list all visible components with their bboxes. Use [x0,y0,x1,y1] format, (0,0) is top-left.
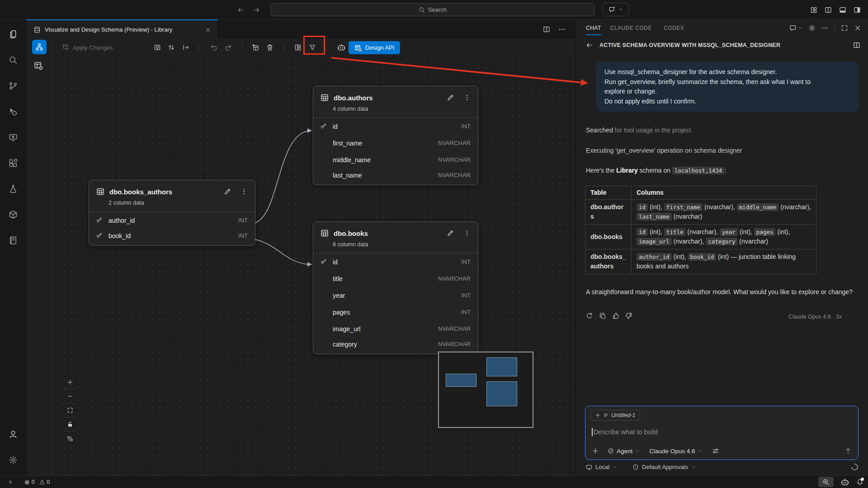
approvals-picker[interactable]: Default Approvals [642,464,688,470]
more-actions-icon[interactable] [558,26,566,33]
chevron-down-icon [698,449,703,453]
new-chat-button[interactable] [603,3,629,16]
remote-indicator-icon[interactable] [7,479,14,485]
table-definitions-button[interactable] [34,61,43,72]
chat-sessions-dropdown[interactable] [789,24,802,32]
table-menu-icon[interactable] [241,188,248,195]
split-editor-icon[interactable] [825,6,832,14]
model-settings-sliders-icon[interactable] [712,447,719,455]
column-row[interactable]: first_name NVARCHAR [313,135,478,151]
column-row[interactable]: pagesINT [313,304,478,320]
lock-button[interactable] [64,418,76,432]
primary-key-icon [321,258,327,264]
activity-packages-icon[interactable] [3,204,24,225]
activity-testing-icon[interactable] [3,178,24,199]
toggle-panel-icon[interactable] [839,6,846,14]
activity-search-icon[interactable] [3,50,24,70]
chat-settings-gear-icon[interactable] [808,24,816,32]
thumbs-up-icon[interactable] [612,312,619,319]
thumbs-down-icon[interactable] [625,312,632,319]
close-tab-icon[interactable] [205,27,211,33]
mode-picker[interactable]: Agent [608,448,640,455]
table-card-books[interactable]: dbo.books 6 column data id INT titleNVAR… [313,221,478,354]
undo-button[interactable] [210,39,217,56]
zoom-out-button[interactable] [64,389,76,404]
activity-explorer-icon[interactable] [3,24,24,45]
activity-remote-icon[interactable] [3,127,24,148]
redo-button[interactable] [225,39,232,56]
code-chip: year [720,228,738,236]
tab-chat[interactable]: CHAT [586,19,601,36]
column-row[interactable]: titleNVARCHAR [313,270,478,287]
copilot-status-icon[interactable] [840,478,849,487]
auto-arrange-button[interactable] [64,432,76,446]
design-api-button[interactable]: Design API [349,41,400,54]
edit-table-icon[interactable] [447,94,454,101]
column-row[interactable]: middle_name NVARCHAR [313,151,478,168]
activity-run-debug-icon[interactable] [3,101,24,122]
column-row[interactable]: book_id INT [89,229,255,245]
split-editor-icon[interactable] [543,26,550,33]
back-icon[interactable] [586,42,593,49]
column-row[interactable]: id INT [313,253,478,270]
model-picker[interactable]: Claude Opus 4.6 [649,448,702,455]
column-row[interactable]: author_id INT [89,212,255,229]
regenerate-icon[interactable] [586,312,593,319]
zoom-in-button[interactable] [64,375,76,389]
add-table-button[interactable] [252,39,259,56]
session-tab-chip[interactable]: Untitled-1 [590,410,640,421]
apply-changes-button[interactable]: Apply Changes [62,39,113,56]
customize-layout-icon[interactable] [810,6,817,14]
edit-table-icon[interactable] [447,230,454,237]
code-chip: pages [754,228,776,236]
column-row[interactable]: last_name NVARCHAR [313,168,478,185]
message-actions [586,312,632,319]
table-icon [321,94,329,102]
send-icon[interactable] [844,447,852,455]
close-panel-icon[interactable] [854,24,861,32]
fit-view-button[interactable] [64,404,76,418]
assistant-summary: A straightforward many-to-many book/auth… [586,287,857,297]
edit-table-icon[interactable] [224,188,231,195]
environment-picker[interactable]: Local [595,464,609,470]
schema-diagram-icon [35,43,43,51]
command-center-search[interactable]: Search [270,3,595,16]
open-session-editor-icon[interactable] [853,42,860,49]
toggle-secondary-sidebar-icon[interactable] [854,6,861,14]
activity-source-control-icon[interactable] [3,75,24,96]
compare-changes-button[interactable] [168,39,175,56]
open-side-button[interactable] [182,39,189,56]
delete-button[interactable] [266,39,274,56]
nav-forward-icon[interactable] [253,6,260,14]
copilot-button[interactable] [337,39,346,56]
column-row[interactable]: id INT [313,118,478,135]
zoom-indicator[interactable] [818,477,834,487]
maximize-panel-icon[interactable] [841,24,848,32]
notifications-button[interactable] [856,479,863,486]
table-menu-icon[interactable] [463,230,471,237]
tab-codex[interactable]: CODEX [664,19,684,36]
nav-back-icon[interactable] [237,6,245,14]
column-row[interactable]: yearINT [313,287,478,304]
attach-context-icon[interactable] [592,447,599,455]
code-chip: id [637,228,648,236]
diagram-minimap[interactable] [438,352,533,428]
chat-more-icon[interactable] [821,24,829,32]
tab-schema-designer[interactable]: Visualize and Design Schema (Preview) - … [26,19,218,39]
activity-notebooks-icon[interactable] [3,230,24,251]
tab-claude-code[interactable]: CLAUDE CODE [610,19,652,36]
schema-view-button[interactable] [32,40,47,54]
table-menu-icon[interactable] [463,94,471,101]
auto-layout-button[interactable] [294,39,302,56]
copy-icon[interactable] [599,312,606,319]
table-card-books-authors[interactable]: dbo.books_authors 2 column data author_i… [89,180,255,246]
activity-account-icon[interactable] [3,424,24,445]
script-as-create-button[interactable] [154,39,161,56]
chat-input-box[interactable]: Untitled-1 Describe what to build Agent … [585,406,859,460]
problems-indicator[interactable]: ⊗ 0 ⚠ 0 [24,479,50,486]
chevron-down-icon [613,465,617,469]
column-row[interactable]: image_urlNVARCHAR [313,320,478,337]
activity-extensions-icon[interactable] [3,153,24,174]
activity-settings-icon[interactable] [3,450,24,470]
table-card-authors[interactable]: dbo.authors 4 column data id INT first_n… [313,86,478,185]
